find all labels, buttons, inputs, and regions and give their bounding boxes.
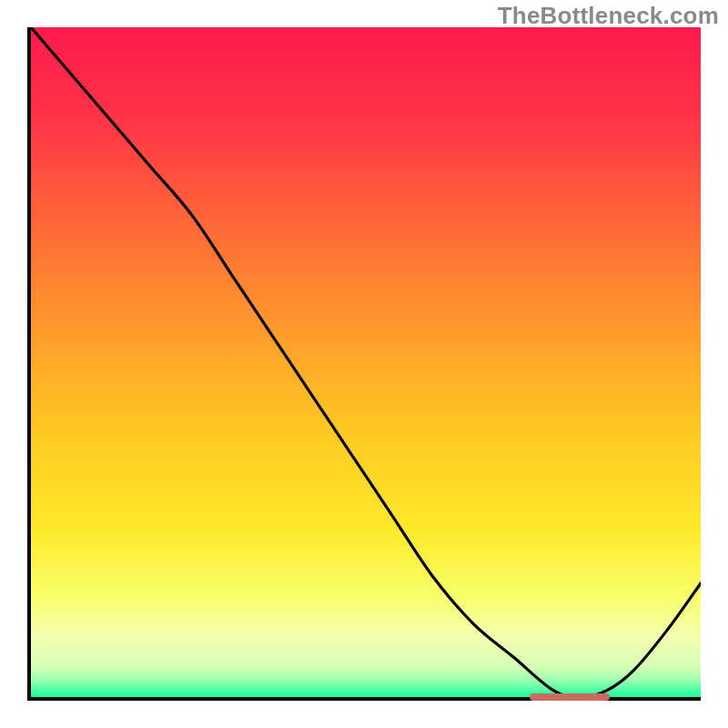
- chart-frame: TheBottleneck.com: [0, 0, 728, 728]
- plot-canvas: [31, 27, 701, 697]
- gradient-background: [31, 27, 701, 697]
- highlight-marker: [530, 693, 611, 701]
- plot-area: [27, 27, 701, 701]
- watermark-label: TheBottleneck.com: [498, 2, 719, 30]
